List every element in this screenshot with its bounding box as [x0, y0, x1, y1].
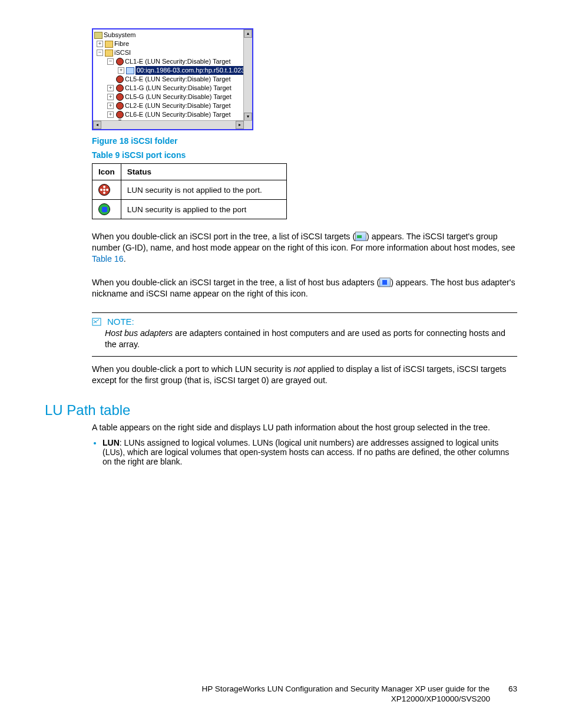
table-caption: Table 9 iSCSI port icons — [92, 150, 517, 160]
tree-row-fibre[interactable]: + Fibre — [94, 39, 251, 48]
tree-row-port[interactable]: CL5-E (LUN Security:Disable) Target — [94, 75, 251, 84]
port-icon — [115, 103, 124, 110]
tree-row-port[interactable]: − CL1-E (LUN Security:Disable) Target — [94, 57, 251, 66]
list-item: LUN: LUNs assigned to logical volumes. L… — [103, 438, 517, 466]
port-icon — [115, 94, 124, 101]
tree-label: CL5-E (LUN Security:Disable) Target — [125, 75, 231, 84]
divider — [92, 356, 517, 357]
tree-label: CL1-E (LUN Security:Disable) Target — [125, 57, 231, 66]
icon-table: Icon Status LUN security is not applied … — [92, 163, 287, 219]
bullet-list: LUN: LUNs assigned to logical volumes. L… — [92, 438, 517, 466]
folder-icon — [105, 50, 113, 57]
tree-view[interactable]: Subsystem + Fibre − iSCSI − — [92, 28, 253, 130]
tree-label: Subsystem — [104, 31, 135, 39]
paragraph: When you double-click a port to which LU… — [92, 364, 517, 386]
expand-icon[interactable]: + — [107, 85, 114, 91]
svg-rect-0 — [92, 318, 101, 325]
tree-label: CL6-E (LUN Security:Disable) Target — [125, 110, 231, 119]
target-icon — [126, 67, 134, 74]
table-header: Icon — [92, 164, 121, 180]
subsystem-icon — [94, 32, 103, 39]
scroll-right-icon[interactable]: ▸ — [236, 121, 244, 129]
scroll-up-icon[interactable]: ▴ — [244, 29, 252, 38]
table16-link[interactable]: Table 16 — [92, 254, 124, 263]
tree-row-port[interactable]: + CL6-E (LUN Security:Disable) Target — [94, 110, 251, 119]
vertical-scrollbar[interactable]: ▴ ▾ — [243, 29, 252, 121]
tree-label: CL5-G (LUN Security:Disable) Target — [125, 93, 232, 101]
status-cell: LUN security is not applied to the port. — [121, 180, 286, 200]
expand-icon[interactable]: + — [107, 103, 114, 109]
page-footer: HP StorageWorks LUN Configuration and Se… — [45, 684, 517, 704]
paragraph: When you double-click an iSCSI port in t… — [92, 231, 517, 265]
expand-icon[interactable]: + — [107, 94, 114, 100]
icon-cell — [92, 200, 121, 219]
folder-icon — [105, 41, 113, 48]
note-emphasis: Host bus adapters — [105, 328, 173, 338]
hba-icon — [379, 278, 391, 287]
iscsi-target-icon — [355, 232, 366, 241]
scroll-left-icon[interactable]: ◂ — [93, 121, 101, 129]
port-icon — [115, 76, 124, 83]
divider — [92, 312, 517, 313]
table-row: LUN security is applied to the port — [92, 200, 287, 219]
section-heading: LU Path table — [45, 402, 517, 419]
horizontal-scrollbar[interactable]: ◂ ▸ — [93, 120, 252, 129]
port-icon — [115, 111, 124, 118]
icon-cell — [92, 180, 121, 200]
tree-label: Fibre — [114, 39, 129, 48]
table-row: LUN security is not applied to the port. — [92, 180, 287, 200]
tree-label: CL2-E (LUN Security:Disable) Target — [125, 101, 231, 110]
collapse-icon[interactable]: − — [97, 50, 103, 56]
collapse-icon[interactable]: − — [107, 58, 114, 65]
port-icon — [115, 58, 124, 65]
tree-row-iscsi[interactable]: − iSCSI — [94, 48, 251, 57]
tree-row-port[interactable]: + CL5-G (LUN Security:Disable) Target — [94, 93, 251, 101]
status-cell: LUN security is applied to the port — [121, 200, 286, 219]
note-icon — [92, 318, 103, 326]
port-insecure-icon — [98, 184, 110, 196]
page-number: 63 — [498, 684, 517, 694]
tree-row-target-selected[interactable]: + 00:iqn.1986-03.com.hp:hp.r50.t.1.023 — [94, 66, 251, 75]
port-icon — [115, 85, 124, 92]
note-heading: NOTE: — [107, 317, 134, 327]
expand-icon[interactable]: + — [118, 67, 124, 74]
figure-caption: Figure 18 iSCSI folder — [92, 136, 517, 146]
paragraph: A table appears on the right side and di… — [92, 422, 517, 433]
tree-label: CL1-G (LUN Security:Disable) Target — [125, 84, 232, 93]
tree-label: iSCSI — [114, 48, 131, 57]
expand-icon[interactable]: + — [107, 111, 114, 118]
tree-row-port[interactable]: + CL2-E (LUN Security:Disable) Target — [94, 101, 251, 110]
table-header: Status — [121, 164, 286, 180]
scroll-down-icon[interactable]: ▾ — [244, 113, 252, 121]
paragraph: When you double-click an iSCSI target in… — [92, 277, 517, 299]
note-block: NOTE: Host bus adapters are adapters con… — [92, 317, 517, 350]
port-secure-icon — [98, 203, 110, 215]
tree-row-subsystem[interactable]: Subsystem — [94, 31, 251, 39]
expand-icon[interactable]: + — [97, 41, 103, 47]
tree-label-selected: 00:iqn.1986-03.com.hp:hp.r50.t.1.023 — [135, 66, 246, 75]
tree-row-port[interactable]: + CL1-G (LUN Security:Disable) Target — [94, 84, 251, 93]
